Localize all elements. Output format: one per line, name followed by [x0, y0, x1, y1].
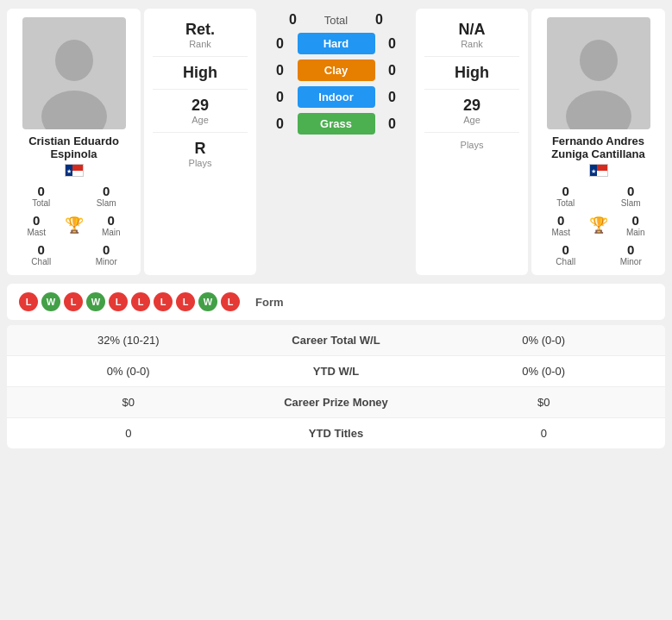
player2-row2: 0 Mast 🏆 0 Main [537, 213, 660, 237]
stats-right: 0% (0-0) [423, 325, 666, 355]
player2-high-row: High [424, 57, 519, 90]
form-pills: LWLWLLLLWL [19, 292, 240, 311]
player1-main-stats: 0 Total 0 Slam [12, 184, 135, 208]
form-pill: L [19, 292, 38, 311]
player2-age-row: 29 Age [424, 90, 519, 133]
clay-button[interactable]: Clay [298, 59, 375, 81]
stats-left: 0 [7, 418, 250, 448]
stats-left: $0 [7, 387, 250, 417]
stats-right: 0 [423, 418, 666, 448]
player2-total: 0 Total [537, 184, 595, 208]
stats-left: 0% (0-0) [7, 356, 250, 386]
form-pill: L [131, 292, 150, 311]
top-section: Cristian Eduardo Espinola 0 Total 0 Slam… [0, 0, 672, 284]
stats-center: YTD W/L [250, 356, 423, 386]
form-pill: L [109, 292, 128, 311]
stats-center: YTD Titles [250, 418, 423, 448]
match-panel: 0 Total 0 0 Hard 0 0 Clay 0 0 Indoor 0 [260, 9, 412, 275]
player1-row2: 0 Mast 🏆 0 Main [12, 213, 135, 237]
hard-button[interactable]: Hard [298, 33, 375, 54]
indoor-row: 0 Indoor 0 [260, 86, 412, 108]
player2-minor: 0 Minor [602, 242, 661, 266]
grass-button[interactable]: Grass [298, 113, 375, 135]
stats-row: $0 Career Prize Money $0 [7, 387, 665, 418]
stats-right: $0 [423, 387, 666, 417]
player1-mast: 0 Mast [12, 213, 61, 237]
form-pill: W [198, 292, 217, 311]
player1-main: 0 Main [87, 213, 136, 237]
player2-flag [589, 164, 608, 177]
player2-plays-row: Plays [424, 133, 519, 157]
clay-row: 0 Clay 0 [260, 59, 412, 81]
player2-avatar [547, 17, 650, 129]
stats-left: 32% (10-21) [7, 325, 250, 355]
player2-trophy-icon: 🏆 [589, 216, 608, 235]
player1-age-row: 29 Age [153, 90, 248, 133]
grass-row: 0 Grass 0 [260, 113, 412, 135]
player1-card: Cristian Eduardo Espinola 0 Total 0 Slam… [7, 9, 141, 275]
form-pill: W [41, 292, 60, 311]
player1-rank-row: Ret. Rank [153, 14, 248, 57]
player1-high-row: High [153, 57, 248, 90]
form-pill: L [221, 292, 240, 311]
player2-mast: 0 Mast [537, 213, 586, 237]
player1-row3: 0 Chall 0 Minor [12, 242, 135, 266]
hard-row: 0 Hard 0 [260, 33, 412, 54]
form-section: LWLWLLLLWL Form [7, 284, 665, 320]
player2-main-stats: 0 Total 0 Slam [537, 184, 660, 208]
player2-chall: 0 Chall [537, 242, 595, 266]
player2-rank-row: N/A Rank [424, 14, 519, 57]
player1-minor: 0 Minor [78, 242, 136, 266]
form-label: Form [255, 296, 284, 309]
player1-flag [65, 164, 84, 177]
player2-slam: 0 Slam [602, 184, 661, 208]
player2-name: Fernando Andres Zuniga Cantillana [537, 135, 660, 160]
player2-main: 0 Main [612, 213, 661, 237]
stats-center: Career Total W/L [250, 325, 423, 355]
form-pill: L [154, 292, 173, 311]
stats-table: 32% (10-21) Career Total W/L 0% (0-0) 0%… [7, 325, 665, 448]
player1-total: 0 Total [12, 184, 71, 208]
player1-avatar [22, 17, 126, 129]
stats-row: 0% (0-0) YTD W/L 0% (0-0) [7, 356, 665, 387]
player2-detail-panel: N/A Rank High 29 Age Plays [416, 9, 528, 275]
svg-point-1 [41, 91, 107, 129]
stats-right: 0% (0-0) [423, 356, 666, 386]
player1-chall: 0 Chall [12, 242, 71, 266]
stats-row: 0 YTD Titles 0 [7, 418, 665, 448]
indoor-button[interactable]: Indoor [298, 86, 375, 108]
player1-plays-row: R Plays [153, 133, 248, 175]
player1-detail-panel: Ret. Rank High 29 Age R Plays [144, 9, 256, 275]
stats-center: Career Prize Money [250, 387, 423, 417]
svg-point-3 [566, 91, 631, 129]
stats-row: 32% (10-21) Career Total W/L 0% (0-0) [7, 325, 665, 356]
player2-row3: 0 Chall 0 Minor [537, 242, 660, 266]
svg-point-0 [55, 40, 93, 81]
form-pill: L [176, 292, 195, 311]
form-pill: L [64, 292, 83, 311]
player1-name: Cristian Eduardo Espinola [12, 135, 135, 160]
player1-slam: 0 Slam [78, 184, 136, 208]
player1-trophy-icon: 🏆 [65, 216, 84, 235]
form-pill: W [86, 292, 105, 311]
player2-card: Fernando Andres Zuniga Cantillana 0 Tota… [531, 9, 665, 275]
main-container: Cristian Eduardo Espinola 0 Total 0 Slam… [0, 0, 672, 448]
svg-point-2 [580, 40, 618, 81]
total-row: 0 Total 0 [260, 12, 412, 28]
